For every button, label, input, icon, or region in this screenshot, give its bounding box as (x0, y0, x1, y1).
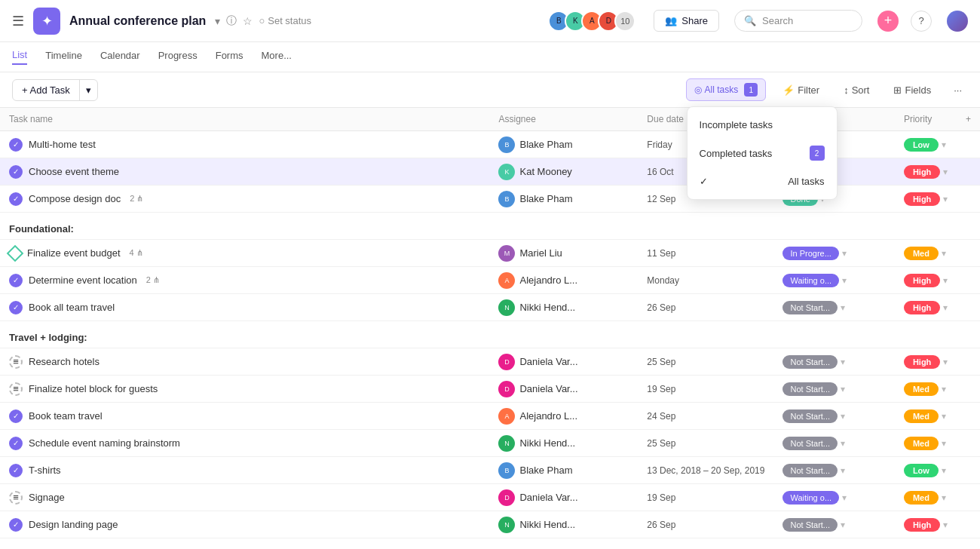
priority-chevron-icon[interactable]: ▾ (942, 140, 946, 150)
help-button[interactable]: ? (911, 11, 932, 32)
status-badge[interactable]: Not Start... (782, 437, 838, 450)
table-row: ✓ Design landing page N Nikki Hend... 26… (0, 511, 980, 538)
status-badge[interactable]: Not Start... (782, 464, 838, 477)
task-name-cell: ✓ Book team travel (0, 403, 489, 430)
priority-cell: Low ▾ (895, 457, 957, 484)
status-chevron-icon[interactable]: ▾ (841, 465, 845, 476)
share-button[interactable]: 👥 Share (654, 10, 719, 32)
search-bar[interactable]: 🔍 Search (734, 10, 862, 32)
check-icon: ✓ (9, 409, 23, 423)
assignee-name: Daniela Var... (519, 492, 577, 503)
priority-badge[interactable]: Med (904, 437, 939, 450)
assignee-avatar: B (498, 191, 515, 207)
tab-calendar[interactable]: Calendar (100, 50, 140, 64)
priority-badge[interactable]: Low (904, 138, 939, 152)
fields-button[interactable]: ⊞ Fields (886, 81, 939, 100)
menu-icon[interactable]: ☰ (12, 13, 24, 29)
assignee-avatar: A (498, 408, 515, 425)
status-badge[interactable]: Waiting o... (782, 274, 839, 287)
priority-badge[interactable]: Med (904, 382, 939, 396)
avatar-count[interactable]: 10 (614, 11, 635, 32)
priority-badge[interactable]: High (904, 165, 940, 179)
status-chevron-icon[interactable]: ▾ (842, 248, 847, 259)
priority-chevron-icon[interactable]: ▾ (942, 465, 946, 476)
status-badge[interactable]: Not Start... (782, 518, 838, 532)
assignee-avatar: D (498, 489, 515, 506)
tab-timeline[interactable]: Timeline (45, 50, 82, 64)
priority-badge[interactable]: Med (904, 409, 939, 423)
row-actions-cell (957, 457, 980, 484)
task-name-cell: ✓ Determine event location 2 ⋔ (0, 267, 489, 294)
suitcase-icon: ≡ (9, 382, 23, 396)
status-chevron-icon[interactable]: ▾ (841, 357, 845, 367)
priority-chevron-icon[interactable]: ▾ (943, 194, 948, 204)
priority-badge[interactable]: High (904, 355, 940, 369)
status-chevron-icon[interactable]: ▾ (841, 302, 845, 313)
status-badge[interactable]: Waiting o... (782, 491, 839, 505)
check-icon: ✓ (9, 518, 23, 532)
tab-more[interactable]: More... (262, 50, 292, 64)
priority-chevron-icon[interactable]: ▾ (943, 302, 948, 313)
priority-badge[interactable]: Med (904, 247, 939, 260)
priority-badge[interactable]: High (904, 274, 940, 287)
assignee-name: Mariel Liu (519, 247, 562, 259)
more-options-button[interactable]: ··· (948, 81, 968, 100)
status-chevron-icon[interactable]: ▾ (841, 411, 845, 422)
info-icon[interactable]: ⓘ (226, 14, 237, 28)
row-actions-cell (957, 511, 980, 538)
priority-badge[interactable]: Med (904, 491, 939, 505)
dropdown-item-completed[interactable]: Completed tasks 2 (688, 138, 837, 168)
add-button[interactable]: + (877, 11, 899, 32)
status-badge[interactable]: Not Start... (782, 409, 838, 423)
star-icon[interactable]: ☆ (243, 15, 253, 27)
task-name: Finalize hotel block for guests (29, 383, 158, 394)
tab-list[interactable]: List (12, 49, 27, 65)
search-icon: 🔍 (744, 15, 756, 26)
status-chevron-icon[interactable]: ▾ (842, 492, 847, 503)
dropdown-item-all[interactable]: ✓ All tasks (688, 168, 837, 195)
circle-icon: ○ (259, 15, 265, 26)
add-task-button[interactable]: + Add Task ▾ (12, 79, 98, 101)
add-task-chevron-icon[interactable]: ▾ (79, 80, 97, 100)
task-name-cell: ✓ Compose design doc 2 ⋔ (0, 186, 489, 213)
assignee-cell: B Blake Pham (489, 457, 638, 484)
dropdown-item-incomplete[interactable]: Incomplete tasks (688, 112, 837, 138)
task-name-cell: ✓ Design landing page (0, 511, 489, 538)
sort-button[interactable]: ↕ Sort (836, 81, 877, 100)
user-avatar[interactable] (947, 11, 968, 32)
status-badge[interactable]: Not Start... (782, 382, 838, 396)
set-status-button[interactable]: ○ Set status (259, 15, 311, 26)
toolbar: + Add Task ▾ ◎ All tasks 1 Incomplete ta… (0, 72, 980, 108)
priority-cell: Low ▾ (895, 131, 957, 158)
priority-chevron-icon[interactable]: ▾ (943, 167, 948, 177)
status-chevron-icon[interactable]: ▾ (841, 438, 845, 449)
status-chevron-icon[interactable]: ▾ (841, 520, 845, 530)
chevron-down-icon[interactable]: ▾ (215, 15, 220, 27)
status-chevron-icon[interactable]: ▾ (842, 275, 847, 286)
tab-forms[interactable]: Forms (216, 50, 243, 64)
status-badge[interactable]: In Progre... (782, 247, 838, 260)
tab-progress[interactable]: Progress (158, 50, 198, 64)
priority-chevron-icon[interactable]: ▾ (942, 411, 946, 422)
priority-chevron-icon[interactable]: ▾ (942, 248, 946, 259)
status-badge[interactable]: Not Start... (782, 301, 838, 314)
priority-badge[interactable]: High (904, 301, 940, 314)
priority-chevron-icon[interactable]: ▾ (942, 492, 946, 503)
priority-chevron-icon[interactable]: ▾ (942, 438, 946, 449)
filter-icon: ⚡ (782, 84, 795, 96)
priority-chevron-icon[interactable]: ▾ (942, 384, 946, 394)
priority-chevron-icon[interactable]: ▾ (943, 357, 948, 367)
status-badge[interactable]: Not Start... (782, 355, 838, 369)
priority-chevron-icon[interactable]: ▾ (943, 275, 948, 286)
dropdown-item-label: Completed tasks (700, 148, 773, 159)
priority-badge[interactable]: High (904, 192, 940, 206)
header: ☰ ✦ Annual conference plan ▾ ⓘ ☆ ○ Set s… (0, 0, 980, 42)
status-chevron-icon[interactable]: ▾ (841, 384, 845, 394)
priority-badge[interactable]: Low (904, 464, 939, 477)
priority-chevron-icon[interactable]: ▾ (943, 520, 948, 530)
add-task-label[interactable]: + Add Task (13, 80, 79, 100)
all-tasks-filter[interactable]: ◎ All tasks 1 Incomplete tasks Completed… (686, 78, 767, 101)
col-add[interactable]: + (957, 108, 980, 131)
filter-button[interactable]: ⚡ Filter (775, 81, 827, 100)
priority-badge[interactable]: High (904, 518, 940, 532)
